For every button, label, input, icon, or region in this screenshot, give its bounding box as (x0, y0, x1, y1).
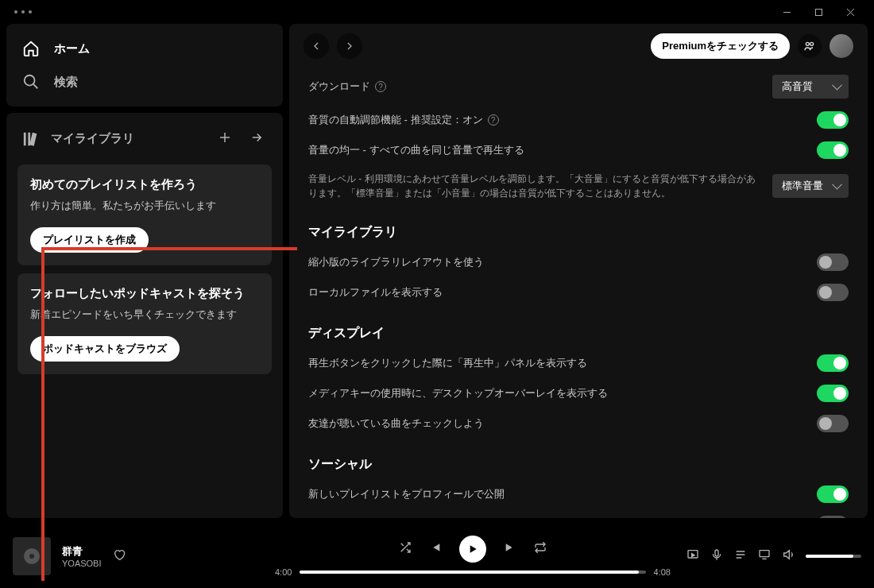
overlay-toggle[interactable] (817, 385, 849, 402)
setting-volumelevel-label: 音量レベル - 利用環境にあわせて音量レベルを調節します。「大音量」にすると音質… (308, 172, 761, 200)
progress-bar[interactable] (300, 571, 645, 574)
setting-nowplaying-label: 再生ボタンをクリックした際に「再生中」パネルを表示する (308, 355, 806, 371)
menu-dots[interactable] (8, 10, 32, 14)
time-elapsed: 4:00 (275, 567, 292, 577)
nav-home[interactable]: ホーム (17, 32, 272, 65)
track-title[interactable]: 群青 (62, 544, 102, 559)
repeat-icon[interactable] (534, 541, 547, 557)
svg-rect-9 (715, 550, 718, 556)
setting-overlay-label: メディアキーの使用時に、デスクトップオーバーレイを表示する (308, 385, 806, 401)
next-icon[interactable] (504, 541, 516, 557)
window-titlebar (0, 0, 874, 24)
album-art[interactable] (13, 537, 51, 575)
time-total: 4:08 (654, 567, 671, 577)
section-library: マイライブラリ (308, 224, 849, 241)
mic-icon[interactable] (710, 548, 723, 564)
volume-level-dropdown[interactable]: 標準音量 (772, 174, 849, 198)
browse-podcast-card: フォローしたいポッドキャストを探そう 新着エピソードをいち早くチェックできます … (17, 273, 272, 374)
volume-icon[interactable] (782, 548, 795, 564)
setting-friends-label: 友達が聴いている曲をチェックしよう (308, 416, 806, 431)
home-icon (22, 40, 40, 57)
queue-icon[interactable] (734, 548, 747, 564)
download-quality-dropdown[interactable]: 高音質 (772, 75, 849, 99)
friend-activity-icon[interactable] (798, 34, 822, 58)
setting-normalize-label: 音量の均一 - すべての曲を同じ音量で再生する (308, 142, 806, 158)
info-icon[interactable]: ? (375, 81, 386, 92)
setting-publish-label: 新しいプレイリストをプロフィールで公開 (308, 486, 806, 502)
setting-compact-label: 縮小版のライブラリレイアウトを使う (308, 254, 806, 270)
player-bar: 群青 YOASOBI 4:00 4:08 (0, 524, 874, 588)
main-panel: Premiumをチェックする ダウンロード? 高音質 音質の自動調節機能 - 推… (289, 24, 868, 518)
search-icon (22, 73, 40, 91)
local-files-toggle[interactable] (817, 284, 849, 301)
add-icon[interactable] (215, 127, 235, 150)
nav-forward-button[interactable] (337, 33, 362, 59)
device-icon[interactable] (758, 548, 771, 564)
minimize-button[interactable] (771, 0, 802, 24)
svg-point-5 (810, 42, 814, 45)
play-button[interactable] (459, 536, 486, 563)
svg-rect-2 (24, 132, 26, 145)
nowplaying-toggle[interactable] (817, 354, 849, 372)
close-button[interactable] (834, 0, 866, 24)
arrow-right-icon[interactable] (246, 127, 267, 150)
library-icon (22, 130, 40, 148)
create-playlist-button[interactable]: プレイリストを作成 (30, 227, 149, 253)
user-avatar[interactable] (830, 34, 853, 58)
svg-point-7 (29, 554, 34, 559)
nav-search-label: 検索 (54, 75, 78, 90)
card-title: 初めてのプレイリストを作ろう (30, 177, 259, 192)
auto-quality-toggle[interactable] (817, 111, 849, 129)
settings-content: ダウンロード? 高音質 音質の自動調節機能 - 推奨設定：オン? 音量の均一 -… (289, 68, 868, 518)
card-title: フォローしたいポッドキャストを探そう (30, 286, 259, 301)
card-sub: 作り方は簡単。私たちがお手伝いします (30, 199, 259, 213)
setting-autoquality-label: 音質の自動調節機能 - 推奨設定：オン? (308, 112, 806, 128)
svg-point-1 (25, 75, 35, 86)
volume-slider[interactable] (806, 555, 861, 558)
nav-back-button[interactable] (304, 33, 329, 59)
card-sub: 新着エピソードをいち早くチェックできます (30, 308, 259, 322)
maximize-button[interactable] (802, 0, 834, 24)
shuffle-icon[interactable] (399, 541, 412, 557)
now-playing-view-icon[interactable] (686, 548, 699, 564)
private-session-toggle[interactable] (817, 516, 849, 518)
section-social: ソーシャル (308, 456, 849, 473)
create-playlist-card: 初めてのプレイリストを作ろう 作り方は簡単。私たちがお手伝いします プレイリスト… (17, 164, 272, 265)
setting-local-label: ローカルファイルを表示する (308, 284, 806, 300)
premium-button[interactable]: Premiumをチェックする (651, 33, 790, 59)
svg-rect-10 (760, 551, 769, 557)
setting-download-label: ダウンロード? (308, 79, 761, 95)
nav-home-label: ホーム (54, 41, 90, 56)
svg-point-4 (806, 42, 809, 45)
browse-podcast-button[interactable]: ポッドキャストをブラウズ (30, 336, 180, 362)
info-icon[interactable]: ? (488, 114, 499, 126)
normalize-toggle[interactable] (817, 141, 849, 159)
svg-rect-0 (815, 9, 822, 15)
friends-toggle[interactable] (817, 415, 849, 432)
library-title[interactable]: マイライブラリ (51, 131, 134, 146)
heart-icon[interactable] (113, 548, 126, 564)
track-artist[interactable]: YOASOBI (62, 559, 102, 568)
section-display: ディスプレイ (308, 325, 849, 342)
setting-private-label: プライベートセッションを開始する? (308, 516, 806, 518)
publish-toggle[interactable] (817, 485, 849, 503)
compact-toggle[interactable] (817, 253, 849, 271)
nav-search[interactable]: 検索 (17, 65, 272, 99)
sidebar: ホーム 検索 マイライブラリ 初めてのプレイリストを作ろう 作り方は簡 (6, 24, 283, 518)
prev-icon[interactable] (429, 541, 442, 557)
